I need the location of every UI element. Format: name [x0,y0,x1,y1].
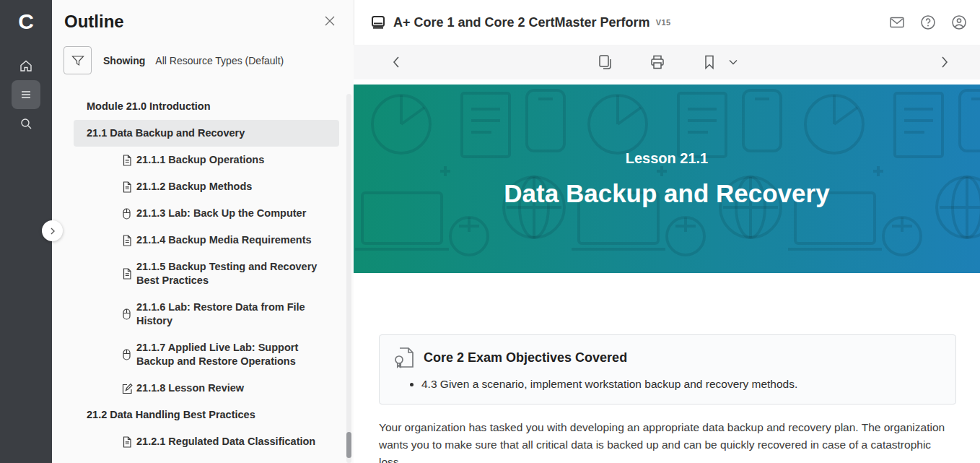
app-window: C [0,0,980,463]
outline-item[interactable]: 21.1.6 Lab: Restore Data from File Histo… [74,294,339,334]
copy-button[interactable] [593,50,618,74]
review-edit-icon [121,382,134,394]
lesson-number: Lesson 21.1 [626,150,709,167]
outline-section[interactable]: Module 21.0 Introduction [74,93,339,120]
filter-button[interactable] [64,46,92,74]
home-icon [19,59,33,73]
outline-item-label: 21.1.3 Lab: Back Up the Computer [136,207,306,220]
chevron-right-icon [940,56,950,69]
previous-page-button[interactable] [384,50,408,74]
copy-icon [597,53,614,71]
bookmark-icon [702,54,717,70]
intro-paragraph: Your organization has tasked you with de… [379,419,956,463]
chevron-right-icon [49,228,56,235]
objective-item: 4.3 Given a scenario, implement workstat… [421,376,941,392]
outline-item[interactable]: 21.1.4 Backup Media Requirements [74,227,339,254]
course-header: A+ Core 1 and Core 2 CertMaster Perform … [354,0,980,45]
bookmark-menu-button[interactable] [726,50,740,74]
brand-logo: C [18,7,34,40]
outline-item-label: 21.1.7 Applied Live Lab: Support Backup … [136,341,318,368]
outline-item-label: 21.1.2 Backup Methods [136,180,252,194]
account-icon [950,14,968,31]
outline-item-label: 21.1.8 Lesson Review [136,381,244,395]
lesson-content: Core 2 Exam Objectives Covered 4.3 Given… [354,273,980,463]
outline-section[interactable]: 21.1 Data Backup and Recovery [74,120,339,147]
outline-section[interactable]: 21.2 Data Handling Best Practices [74,402,339,428]
search-button[interactable] [12,109,40,138]
objectives-title: Core 2 Exam Objectives Covered [424,350,627,365]
chevron-down-icon [729,59,738,65]
showing-value: All Resource Types (Default) [155,55,284,66]
print-button[interactable] [645,50,670,74]
lesson-hero-banner: Lesson 21.1 Data Backup and Recovery [354,85,980,273]
outline-item[interactable]: 21.1.8 Lesson Review [74,375,339,402]
outline-item-label: 21.1.6 Lab: Restore Data from File Histo… [136,300,318,328]
home-button[interactable] [12,51,40,80]
outline-item-label: 21.2 Data Handling Best Practices [87,408,255,422]
document-icon [121,436,133,448]
chevron-left-icon [391,56,401,69]
objectives-list: 4.3 Given a scenario, implement workstat… [421,376,941,392]
showing-label: Showing [103,55,145,66]
outline-scrollbar-thumb[interactable] [346,432,351,458]
bookmark-button[interactable] [697,50,722,74]
outline-item[interactable]: 21.1.7 Applied Live Lab: Support Backup … [74,334,339,375]
outline-item-label: 21.1.4 Backup Media Requirements [136,233,312,247]
messages-button[interactable] [888,13,906,32]
document-icon [121,181,133,193]
print-icon [649,53,666,71]
search-icon [19,116,33,131]
outline-item[interactable]: 21.2.1 Regulated Data Classification [74,428,339,455]
outline-title: Outline [64,12,124,32]
outline-list-icon [19,87,33,102]
outline-item-label: 21.1 Data Backup and Recovery [87,126,245,140]
exam-objectives-box: Core 2 Exam Objectives Covered 4.3 Given… [379,334,956,404]
next-page-button[interactable] [932,50,957,74]
filter-icon [71,53,85,68]
outline-close-button[interactable] [323,14,336,27]
close-icon [323,14,336,27]
outline-item[interactable]: 21.1.5 Backup Testing and Recovery Best … [74,254,339,294]
help-icon [919,14,937,31]
course-title: A+ Core 1 and Core 2 CertMaster Perform [393,15,650,30]
lesson-title: Data Backup and Recovery [504,179,829,208]
outline-item-label: 21.1.5 Backup Testing and Recovery Best … [136,260,318,287]
outline-button[interactable] [12,80,40,109]
lab-mouse-icon [121,207,132,220]
outline-item[interactable]: 21.1.1 Backup Operations [74,147,339,173]
outline-item[interactable]: 21.1.2 Backup Methods [74,173,339,200]
help-button[interactable] [919,13,937,32]
certificate-icon [394,346,416,369]
outline-item-label: 21.2.1 Regulated Data Classification [136,435,315,449]
document-icon [121,234,133,246]
outline-item-label: Module 21.0 Introduction [87,100,211,113]
mail-icon [888,14,906,31]
rail-nav [12,51,40,138]
outline-item[interactable]: 21.1.3 Lab: Back Up the Computer [74,200,339,227]
lab-mouse-icon [121,349,132,361]
document-icon [121,268,133,280]
course-book-icon [370,14,386,30]
panel-expand-button[interactable] [42,220,63,241]
account-button[interactable] [950,13,968,32]
main-area: A+ Core 1 and Core 2 CertMaster Perform … [354,0,980,463]
course-version: V15 [656,18,671,27]
outline-scrollbar-track [346,94,351,463]
filter-row: Showing All Resource Types (Default) [64,46,354,74]
outline-panel: Outline Showing All Resource Types (Defa… [52,0,354,463]
outline-list: Module 21.0 Introduction21.1 Data Backup… [74,93,339,455]
document-icon [121,154,133,166]
lab-mouse-icon [121,308,132,321]
lesson-toolbar [354,45,980,79]
outline-item-label: 21.1.1 Backup Operations [136,153,264,167]
